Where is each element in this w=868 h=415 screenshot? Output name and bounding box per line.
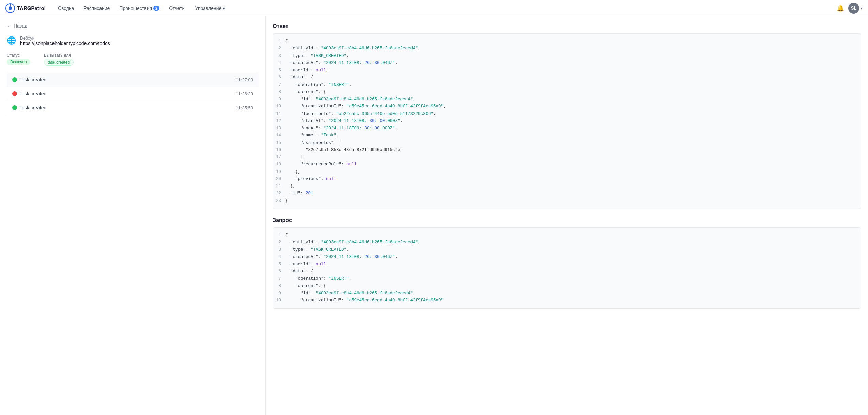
- user-chevron-icon: ▾: [861, 6, 863, 11]
- nav-svodka[interactable]: Сводка: [54, 3, 78, 13]
- webhook-header: 🌐 Вебхук https://jsonplaceholder.typicod…: [7, 35, 259, 46]
- code-line: 15 "assigneeIds": [: [273, 139, 861, 147]
- request-code-block: 1{2 "entityId": "4093ca9f-c8b4-46d6-b265…: [273, 227, 861, 309]
- nav-proisshestviya[interactable]: Происшествия 2: [115, 3, 164, 13]
- line-content: }: [285, 197, 861, 205]
- line-number: 10: [273, 297, 285, 304]
- response-code-block: 1{2 "entityId": "4093ca9f-c8b4-46d6-b265…: [273, 33, 861, 209]
- event-left: task.created: [12, 77, 46, 83]
- code-line: 8 "current": {: [273, 89, 861, 96]
- code-line: 6 "data": {: [273, 268, 861, 275]
- event-list: task.created 11:27:03 task.created 11:26…: [7, 73, 259, 115]
- line-content: "startAt": "2024-11-18T08: 30: 00.000Z",: [285, 118, 861, 125]
- line-content: "endAt": "2024-11-18T09: 30: 00.000Z",: [285, 125, 861, 132]
- user-menu[interactable]: SL ▾: [848, 3, 863, 14]
- nav-links: Сводка Расписание Происшествия 2 Отчеты …: [54, 3, 828, 13]
- line-number: 7: [273, 81, 285, 89]
- line-number: 3: [273, 53, 285, 60]
- line-number: 11: [273, 110, 285, 118]
- line-number: 12: [273, 118, 285, 125]
- code-line: 13 "endAt": "2024-11-18T09: 30: 00.000Z"…: [273, 125, 861, 132]
- code-line: 5 "userId": null,: [273, 67, 861, 74]
- code-line: 4 "createdAt": "2024-11-18T08: 26: 30.04…: [273, 254, 861, 261]
- right-panel: Ответ 1{2 "entityId": "4093ca9f-c8b4-46d…: [266, 16, 868, 415]
- event-item[interactable]: task.created 11:27:03: [7, 73, 259, 87]
- status-label: Статус: [7, 53, 30, 58]
- line-number: 2: [273, 239, 285, 246]
- line-content: "id": "4093ca9f-c8b4-46d6-b265-fa6adc2ec…: [285, 290, 861, 297]
- nav-raspisanie[interactable]: Расписание: [79, 3, 114, 13]
- main-layout: ← Назад 🌐 Вебхук https://jsonplaceholder…: [0, 16, 868, 415]
- code-line: 3 "type": "TASK_CREATED",: [273, 246, 861, 253]
- line-number: 6: [273, 74, 285, 81]
- code-line: 5 "userId": null,: [273, 261, 861, 268]
- success-dot-icon: [12, 77, 17, 82]
- line-content: "userId": null,: [285, 261, 861, 268]
- code-line: 16 "82e7c9a1-853c-48ea-872f-d940ad9f5cfe…: [273, 147, 861, 154]
- event-left: task.created: [12, 105, 46, 110]
- code-line: 3 "type": "TASK_CREATED",: [273, 53, 861, 60]
- line-number: 21: [273, 183, 285, 190]
- line-number: 15: [273, 139, 285, 147]
- code-line: 1{: [273, 232, 861, 239]
- left-panel: ← Назад 🌐 Вебхук https://jsonplaceholder…: [0, 16, 266, 415]
- line-number: 19: [273, 168, 285, 176]
- code-line: 11 "locationId": "ab22ca5c-365a-440e-bd0…: [273, 110, 861, 118]
- line-number: 17: [273, 154, 285, 161]
- request-title: Запрос: [273, 217, 861, 223]
- line-content: "recurrenceRule": null: [285, 161, 861, 168]
- code-line: 9 "id": "4093ca9f-c8b4-46d6-b265-fa6adc2…: [273, 290, 861, 297]
- bell-icon[interactable]: 🔔: [837, 4, 844, 12]
- line-number: 1: [273, 38, 285, 45]
- line-content: {: [285, 38, 861, 45]
- line-content: "type": "TASK_CREATED",: [285, 53, 861, 60]
- line-number: 14: [273, 132, 285, 139]
- line-content: "organizationId": "c59e45ce-6ced-4b40-8b…: [285, 103, 861, 110]
- back-link[interactable]: ← Назад: [7, 23, 259, 29]
- line-content: "current": {: [285, 89, 861, 96]
- line-content: "userId": null,: [285, 67, 861, 74]
- brand[interactable]: TARGPatrol: [5, 3, 46, 13]
- code-line: 9 "id": "4093ca9f-c8b4-46d6-b265-fa6adc2…: [273, 96, 861, 103]
- line-number: 20: [273, 176, 285, 183]
- trigger-group: Вызывать для task.created: [44, 53, 74, 66]
- logo-icon: [5, 3, 15, 13]
- event-item[interactable]: task.created 11:26:33: [7, 87, 259, 101]
- code-line: 10 "organizationId": "c59e45ce-6ced-4b40…: [273, 297, 861, 304]
- status-row: Статус Включен Вызывать для task.created: [7, 53, 259, 66]
- line-content: "current": {: [285, 283, 861, 290]
- event-item[interactable]: task.created 11:35:50: [7, 101, 259, 115]
- code-line: 21 },: [273, 183, 861, 190]
- code-line: 19 },: [273, 168, 861, 176]
- line-content: "operation": "INSERT",: [285, 275, 861, 282]
- response-title: Ответ: [273, 23, 861, 29]
- line-number: 2: [273, 45, 285, 52]
- line-number: 22: [273, 190, 285, 197]
- avatar: SL: [848, 3, 859, 14]
- code-line: 2 "entityId": "4093ca9f-c8b4-46d6-b265-f…: [273, 239, 861, 246]
- line-number: 23: [273, 197, 285, 205]
- chevron-down-icon: ▾: [223, 5, 225, 11]
- line-content: "entityId": "4093ca9f-c8b4-46d6-b265-fa6…: [285, 45, 861, 52]
- line-content: },: [285, 168, 861, 176]
- line-content: "assigneeIds": [: [285, 139, 861, 147]
- line-number: 6: [273, 268, 285, 275]
- line-content: },: [285, 183, 861, 190]
- code-line: 7 "operation": "INSERT",: [273, 275, 861, 282]
- code-line: 14 "name": "Task",: [273, 132, 861, 139]
- line-number: 4: [273, 254, 285, 261]
- line-content: ],: [285, 154, 861, 161]
- nav-otchety[interactable]: Отчеты: [165, 3, 189, 13]
- line-content: "previous": null: [285, 176, 861, 183]
- line-content: "organizationId": "c59e45ce-6ced-4b40-8b…: [285, 297, 861, 304]
- line-number: 4: [273, 60, 285, 67]
- line-content: "data": {: [285, 74, 861, 81]
- event-name: task.created: [20, 105, 46, 110]
- line-number: 8: [273, 89, 285, 96]
- brand-label: TARGPatrol: [17, 5, 46, 11]
- code-line: 20 "previous": null: [273, 176, 861, 183]
- nav-upravlenie[interactable]: Управление ▾: [191, 3, 230, 13]
- line-number: 7: [273, 275, 285, 282]
- line-number: 16: [273, 147, 285, 154]
- line-number: 10: [273, 103, 285, 110]
